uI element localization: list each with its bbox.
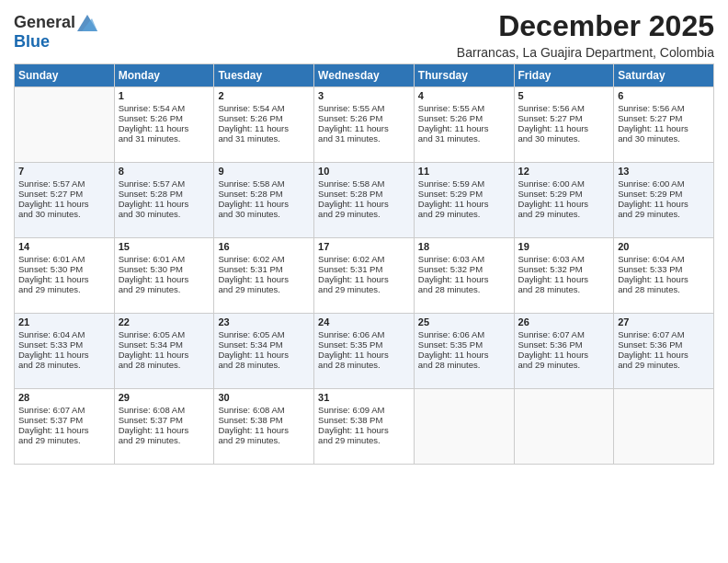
day-info-line: Sunset: 5:28 PM — [119, 189, 210, 199]
header-friday: Friday — [514, 64, 614, 87]
day-info-line: and 28 minutes. — [618, 284, 710, 294]
header-sunday: Sunday — [15, 64, 115, 87]
header-tuesday: Tuesday — [214, 64, 314, 87]
day-info-line: and 30 minutes. — [518, 133, 610, 144]
day-info-line: Daylight: 11 hours — [318, 274, 410, 284]
calendar-week-row: 7Sunrise: 5:57 AMSunset: 5:27 PMDaylight… — [15, 163, 714, 238]
day-number: 17 — [318, 241, 410, 252]
day-info-line: and 29 minutes. — [618, 360, 710, 370]
day-number: 7 — [18, 166, 110, 177]
day-info-line: Daylight: 11 hours — [18, 199, 110, 209]
day-info-line: Sunrise: 6:05 AM — [119, 329, 210, 339]
day-info-line: and 28 minutes. — [119, 360, 210, 370]
day-info-line: Daylight: 11 hours — [618, 199, 710, 209]
day-info-line: Sunset: 5:32 PM — [418, 264, 510, 274]
day-info-line: Sunrise: 5:56 AM — [518, 103, 610, 113]
day-number: 11 — [418, 166, 510, 177]
day-info-line: and 29 minutes. — [318, 284, 410, 294]
table-row: 6Sunrise: 5:56 AMSunset: 5:27 PMDaylight… — [614, 87, 714, 163]
day-info-line: Sunrise: 6:03 AM — [518, 254, 610, 264]
table-row: 30Sunrise: 6:08 AMSunset: 5:38 PMDayligh… — [214, 389, 314, 465]
day-info-line: Daylight: 11 hours — [18, 274, 110, 284]
header-saturday: Saturday — [614, 64, 714, 87]
table-row: 22Sunrise: 6:05 AMSunset: 5:34 PMDayligh… — [114, 314, 214, 389]
table-row: 20Sunrise: 6:04 AMSunset: 5:33 PMDayligh… — [614, 238, 714, 314]
day-number: 14 — [18, 241, 110, 252]
day-info-line: Sunrise: 5:54 AM — [119, 103, 210, 113]
logo: General Blue — [14, 13, 97, 52]
day-number: 20 — [618, 241, 710, 252]
day-info-line: Sunset: 5:38 PM — [218, 415, 310, 425]
day-info-line: and 28 minutes. — [318, 360, 410, 370]
logo-general-text: General — [14, 13, 75, 32]
day-info-line: Daylight: 11 hours — [518, 199, 610, 209]
calendar-body: 1Sunrise: 5:54 AMSunset: 5:26 PMDaylight… — [15, 87, 714, 465]
title-area: December 2025 Barrancas, La Guajira Depa… — [457, 9, 714, 60]
day-info-line: and 30 minutes. — [18, 209, 110, 219]
day-info-line: Daylight: 11 hours — [18, 350, 110, 360]
day-info-line: Sunrise: 5:55 AM — [418, 103, 510, 113]
day-number: 28 — [18, 392, 110, 403]
day-info-line: Daylight: 11 hours — [119, 123, 210, 133]
day-info-line: Sunrise: 5:56 AM — [618, 103, 710, 113]
day-number: 21 — [18, 316, 110, 327]
day-info-line: Daylight: 11 hours — [218, 123, 310, 133]
day-number: 2 — [218, 90, 310, 101]
day-info-line: Sunset: 5:31 PM — [318, 264, 410, 274]
day-number: 6 — [618, 90, 710, 101]
day-info-line: Daylight: 11 hours — [618, 350, 710, 360]
table-row: 7Sunrise: 5:57 AMSunset: 5:27 PMDaylight… — [15, 163, 115, 238]
day-info-line: Sunset: 5:37 PM — [119, 415, 210, 425]
calendar: Sunday Monday Tuesday Wednesday Thursday… — [14, 63, 714, 465]
day-number: 24 — [318, 316, 410, 327]
table-row — [514, 389, 614, 465]
day-info-line: Sunset: 5:31 PM — [218, 264, 310, 274]
day-info-line: Daylight: 11 hours — [218, 425, 310, 435]
table-row: 2Sunrise: 5:54 AMSunset: 5:26 PMDaylight… — [214, 87, 314, 163]
table-row — [414, 389, 514, 465]
table-row: 25Sunrise: 6:06 AMSunset: 5:35 PMDayligh… — [414, 314, 514, 389]
day-number: 26 — [518, 316, 610, 327]
day-info-line: Sunset: 5:34 PM — [119, 339, 210, 350]
day-info-line: Sunrise: 5:54 AM — [218, 103, 310, 113]
day-info-line: Daylight: 11 hours — [518, 123, 610, 133]
page: General Blue December 2025 Barrancas, La… — [0, 0, 728, 563]
table-row: 15Sunrise: 6:01 AMSunset: 5:30 PMDayligh… — [114, 238, 214, 314]
day-info-line: Sunset: 5:34 PM — [218, 339, 310, 350]
day-info-line: Sunset: 5:36 PM — [618, 339, 710, 350]
day-info-line: Sunset: 5:26 PM — [318, 113, 410, 123]
table-row: 9Sunrise: 5:58 AMSunset: 5:28 PMDaylight… — [214, 163, 314, 238]
day-info-line: Daylight: 11 hours — [518, 274, 610, 284]
table-row: 18Sunrise: 6:03 AMSunset: 5:32 PMDayligh… — [414, 238, 514, 314]
day-info-line: Daylight: 11 hours — [618, 123, 710, 133]
day-number: 19 — [518, 241, 610, 252]
location: Barrancas, La Guajira Department, Colomb… — [457, 45, 714, 60]
month-title: December 2025 — [457, 9, 714, 43]
day-info-line: Sunrise: 6:08 AM — [119, 405, 210, 415]
day-info-line: Sunset: 5:27 PM — [518, 113, 610, 123]
day-info-line: Daylight: 11 hours — [218, 274, 310, 284]
day-info-line: Sunset: 5:33 PM — [618, 264, 710, 274]
day-number: 13 — [618, 166, 710, 177]
day-number: 29 — [119, 392, 210, 403]
day-number: 23 — [218, 316, 310, 327]
day-info-line: Sunset: 5:26 PM — [119, 113, 210, 123]
day-info-line: and 29 minutes. — [518, 360, 610, 370]
day-info-line: Sunrise: 5:59 AM — [418, 178, 510, 189]
table-row: 26Sunrise: 6:07 AMSunset: 5:36 PMDayligh… — [514, 314, 614, 389]
day-info-line: Daylight: 11 hours — [218, 350, 310, 360]
table-row: 11Sunrise: 5:59 AMSunset: 5:29 PMDayligh… — [414, 163, 514, 238]
table-row: 4Sunrise: 5:55 AMSunset: 5:26 PMDaylight… — [414, 87, 514, 163]
day-info-line: Sunset: 5:29 PM — [618, 189, 710, 199]
day-info-line: Daylight: 11 hours — [318, 123, 410, 133]
day-info-line: Sunset: 5:33 PM — [18, 339, 110, 350]
table-row: 27Sunrise: 6:07 AMSunset: 5:36 PMDayligh… — [614, 314, 714, 389]
day-info-line: and 29 minutes. — [418, 209, 510, 219]
day-info-line: Sunrise: 6:07 AM — [518, 329, 610, 339]
day-info-line: Sunset: 5:35 PM — [418, 339, 510, 350]
day-info-line: Daylight: 11 hours — [18, 425, 110, 435]
table-row — [15, 87, 115, 163]
header-thursday: Thursday — [414, 64, 514, 87]
day-info-line: Sunrise: 6:09 AM — [318, 405, 410, 415]
day-info-line: Sunrise: 6:06 AM — [318, 329, 410, 339]
